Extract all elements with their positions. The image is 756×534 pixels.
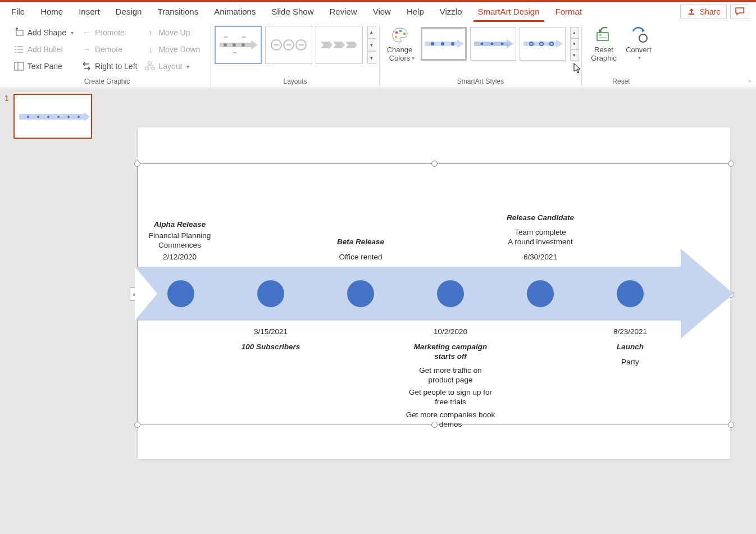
slide-canvas[interactable]: ‹ Alpha Rel (112, 88, 756, 534)
timeline-text-1[interactable]: Alpha Release Financial Planning Commenc… (135, 220, 225, 263)
timeline-node-3[interactable] (347, 280, 374, 307)
move-down-button[interactable]: ↓ Move Down (143, 43, 202, 56)
svg-rect-9 (148, 62, 152, 64)
timeline-date: 6/30/2021 (495, 253, 585, 262)
timeline-node-5[interactable] (527, 280, 554, 307)
style-option-1[interactable] (421, 27, 467, 61)
svg-marker-52 (642, 28, 645, 33)
slide-thumbnail-1[interactable] (13, 94, 92, 139)
share-button[interactable]: Share (680, 4, 727, 19)
svg-rect-2 (17, 46, 23, 47)
timeline-line: Financial Planning (135, 231, 225, 241)
tab-transitions[interactable]: Transitions (149, 2, 206, 21)
resize-handle[interactable] (134, 422, 140, 428)
collapse-ribbon-button[interactable]: ˄ (748, 80, 752, 88)
timeline-title: Launch (585, 343, 675, 352)
add-shape-button[interactable]: Add Shape ▾ (12, 26, 76, 39)
timeline-text-4[interactable]: 10/2/2020 Marketing campaign starts off … (406, 325, 495, 430)
slide-thumb-number: 1 (4, 94, 9, 103)
styles-scroll-more[interactable]: ▾ (570, 49, 579, 61)
add-bullet-button[interactable]: Add Bullet (12, 43, 76, 56)
rtl-label: Right to Left (95, 62, 138, 71)
styles-scroll-up[interactable]: ▴ (570, 27, 579, 38)
text-pane-icon (14, 61, 24, 71)
reset-graphic-button[interactable]: Reset Graphic (588, 24, 620, 63)
tab-view[interactable]: View (365, 2, 399, 21)
svg-rect-6 (17, 52, 23, 53)
timeline-line: Party (585, 358, 675, 367)
timeline-node-2[interactable] (257, 280, 284, 307)
demote-button[interactable]: → Demote (79, 43, 140, 56)
tab-format[interactable]: Format (548, 2, 590, 21)
svg-point-37 (451, 42, 454, 45)
tab-insert[interactable]: Insert (71, 2, 108, 21)
style-option-3[interactable] (520, 27, 566, 61)
timeline-smartart[interactable]: Alpha Release Financial Planning Commenc… (135, 267, 734, 321)
tab-animations[interactable]: Animations (206, 2, 263, 21)
timeline-node-4[interactable] (437, 280, 464, 307)
layouts-scroll-more[interactable]: ▾ (367, 51, 376, 64)
tab-review[interactable]: Review (321, 2, 365, 21)
svg-point-29 (395, 31, 398, 34)
resize-handle[interactable] (728, 161, 734, 167)
convert-button[interactable]: Convert ▾ (623, 24, 654, 61)
timeline-node-6[interactable] (617, 280, 644, 307)
layouts-scroll-down[interactable]: ▾ (367, 39, 376, 52)
timeline-text-3[interactable]: Beta Release Office rented (316, 238, 406, 262)
svg-rect-0 (16, 30, 23, 35)
group-reset: Reset Graphic Convert ▾ Reset (582, 24, 661, 86)
tab-file[interactable]: File (3, 2, 33, 21)
change-colors-label: Change Colors (387, 46, 413, 63)
convert-label: Convert (626, 46, 652, 54)
svg-point-41 (490, 42, 494, 46)
tab-design[interactable]: Design (108, 2, 150, 21)
tab-vizzlo[interactable]: Vizzlo (432, 2, 470, 21)
svg-rect-5 (15, 52, 16, 53)
timeline-line: Get more traffic on product page (406, 366, 495, 385)
timeline-arrow-body (135, 267, 681, 321)
resize-handle[interactable] (134, 161, 140, 167)
svg-point-15 (233, 43, 236, 47)
move-down-label: Move Down (158, 45, 200, 54)
svg-rect-50 (599, 37, 607, 38)
timeline-date: 8/23/2021 (585, 327, 675, 337)
layout-option-3[interactable] (316, 26, 363, 64)
timeline-text-5[interactable]: Release Candidate Team complete A round … (495, 213, 585, 263)
text-pane-button[interactable]: Text Pane (12, 60, 76, 73)
tab-help[interactable]: Help (399, 2, 432, 21)
timeline-title: Release Candidate (495, 213, 585, 223)
layouts-scroll-up[interactable]: ▴ (367, 26, 376, 39)
layout-option-2[interactable] (265, 26, 312, 64)
timeline-node-1[interactable] (167, 280, 194, 307)
style-option-2[interactable] (470, 27, 516, 61)
svg-rect-48 (597, 33, 608, 40)
move-up-button[interactable]: ↑ Move Up (143, 26, 202, 39)
change-colors-button[interactable]: Change Colors ▾ (382, 24, 417, 61)
timeline-text-6[interactable]: 8/23/2021 Launch Party (585, 325, 675, 367)
resize-handle[interactable] (431, 161, 438, 167)
layout-option-1[interactable] (215, 26, 262, 64)
timeline-date: 10/2/2020 (406, 327, 495, 337)
group-smartart-styles: Change Colors ▾ (380, 24, 582, 86)
workspace: 1 ‹ (0, 88, 756, 534)
text-pane-label: Text Pane (28, 62, 62, 71)
timeline-text-2[interactable]: 3/15/2021 100 Subscribers (226, 325, 316, 354)
slide-thumbnail-panel: 1 (0, 88, 112, 534)
layout-button[interactable]: Layout ▾ (143, 60, 202, 73)
layout-label: Layout (158, 62, 182, 71)
resize-handle[interactable] (728, 422, 734, 428)
ribbon-body: Add Shape ▾ Add Bullet Text Pane (0, 21, 756, 88)
svg-rect-3 (15, 49, 16, 50)
comments-button[interactable] (730, 4, 749, 19)
tab-smartart-design[interactable]: SmartArt Design (470, 2, 548, 21)
group-label-create-graphic: Create Graphic (84, 76, 130, 86)
tab-slideshow[interactable]: Slide Show (263, 2, 321, 21)
tab-home[interactable]: Home (33, 2, 71, 21)
slide-1[interactable]: ‹ Alpha Rel (138, 127, 730, 459)
layout-icon (145, 61, 155, 71)
right-to-left-button[interactable]: Right to Left (79, 60, 140, 73)
timeline-title: Alpha Release (135, 220, 225, 230)
styles-scroll-down[interactable]: ▾ (570, 38, 579, 49)
promote-button[interactable]: ← Promote (79, 26, 140, 39)
svg-marker-26 (321, 42, 333, 48)
